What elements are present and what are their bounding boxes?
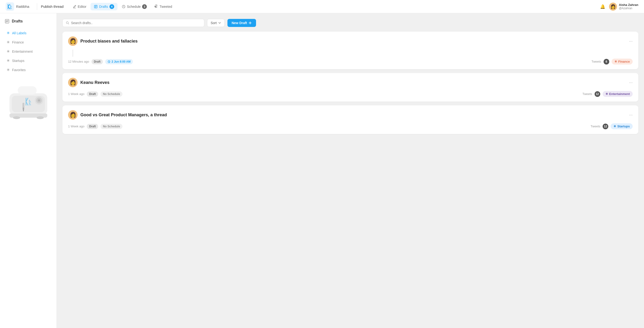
draft-card-1-meta: 12 Minutes ago Draft 2 Jun 8:00 AM Tweet… (68, 59, 633, 64)
draft-card-2-avatar: 👩 (68, 78, 78, 87)
draft-card-2-time: 1 Week ago (68, 92, 84, 96)
draft-card-1-more-button[interactable]: ··· (629, 39, 633, 44)
sewing-machine-svg (5, 79, 52, 122)
logo-icon (6, 2, 14, 11)
draft-card-1-schedule-badge: 2 Jun 8:00 AM (105, 59, 133, 64)
search-icon (66, 21, 69, 24)
draft-card-3[interactable]: 👩 Good vs Great Product Managers, a thre… (62, 105, 638, 134)
draft-card-1-label-tag[interactable]: ✳ Finance (612, 59, 633, 64)
tweeted-icon (154, 5, 158, 8)
finance-star: ✳ (614, 60, 617, 63)
startups-star: ✳ (614, 125, 616, 128)
draft-card-3-schedule-badge: No Schedule (100, 124, 122, 129)
nav-right: 🔔 👩 Aisha Zahran @Azahran (600, 2, 638, 11)
finance-star-icon: ✳ (6, 40, 10, 44)
draft-card-1[interactable]: 👩 Product biases and fallacies ··· 12 Mi… (62, 32, 638, 69)
logo-text: Rattibha (16, 4, 29, 8)
draft-card-1-thread-line (72, 50, 73, 57)
draft-card-1-title: Product biases and fallacies (80, 39, 626, 44)
draft-card-1-header: 👩 Product biases and fallacies ··· (68, 36, 633, 46)
svg-point-12 (38, 99, 40, 102)
chevron-down-icon (218, 21, 221, 24)
startups-star-icon: ✳ (6, 58, 10, 63)
draft-card-3-status-badge: Draft (87, 124, 98, 129)
layout: Drafts ✳ All Labels ✳ Finance ✳ Entertai… (0, 13, 644, 328)
schedule-icon (122, 5, 126, 8)
plus-icon (248, 21, 252, 24)
draft-card-2-title: Keanu Reeves (80, 80, 626, 85)
sidebar-item-startups[interactable]: ✳ Startups (2, 56, 54, 65)
sidebar-item-entertainment[interactable]: ✳ Entertainment (2, 47, 54, 56)
draft-card-2-header: 👩 Keanu Reeves ··· (68, 78, 633, 87)
sidebar-title: Drafts (12, 19, 23, 23)
draft-card-2-label-tag[interactable]: ✳ Entertainment (603, 91, 633, 97)
page-title: Publish thread (41, 4, 64, 8)
draft-card-3-title: Good vs Great Product Managers, a thread (80, 112, 626, 117)
all-labels-star-icon: ✳ (6, 31, 10, 35)
draft-card-3-meta: 1 Week ago Draft No Schedule Tweets 12 ✳… (68, 123, 633, 129)
sidebar-item-finance[interactable]: ✳ Finance (2, 37, 54, 47)
tab-drafts[interactable]: Drafts 4 (90, 3, 117, 10)
draft-card-2-tweets-count: 12 (594, 91, 600, 97)
svg-rect-9 (23, 107, 24, 111)
draft-card-3-tweets-count: 12 (603, 124, 608, 129)
user-profile[interactable]: 👩 Aisha Zahran @Azahran (609, 2, 638, 11)
sort-button[interactable]: Sort (207, 19, 224, 27)
draft-card-3-avatar: 👩 (68, 110, 78, 120)
svg-point-14 (13, 116, 20, 119)
edit-icon (72, 5, 76, 8)
entertainment-star-icon: ✳ (6, 49, 10, 54)
svg-point-15 (37, 116, 44, 119)
avatar: 👩 (609, 2, 617, 11)
draft-card-3-header: 👩 Good vs Great Product Managers, a thre… (68, 110, 633, 120)
user-name: Aisha Zahran (619, 3, 638, 6)
draft-card-1-meta-right: Tweets 6 ✳ Finance (592, 59, 633, 64)
draft-card-2-meta-right: Tweets 12 ✳ Entertainment (582, 91, 633, 97)
draft-card-3-time: 1 Week ago (68, 125, 84, 128)
draft-card-1-avatar: 👩 (68, 36, 78, 46)
sidebar: Drafts ✳ All Labels ✳ Finance ✳ Entertai… (0, 13, 57, 328)
user-details: Aisha Zahran @Azahran (619, 3, 638, 10)
sidebar-item-favorites[interactable]: ✳ Favorites (2, 65, 54, 74)
sidebar-drafts-icon (5, 19, 10, 24)
notification-bell[interactable]: 🔔 (600, 4, 605, 9)
svg-rect-7 (18, 86, 37, 94)
svg-rect-0 (6, 2, 14, 11)
nav-tabs: Editor Drafts 4 Schedule 3 Tweeted (69, 3, 600, 10)
tab-tweeted[interactable]: Tweeted (151, 3, 176, 10)
draft-card-2[interactable]: 👩 Keanu Reeves ··· 1 Week ago Draft No S… (62, 73, 638, 102)
drafts-icon (94, 5, 98, 8)
search-box[interactable] (62, 19, 204, 27)
topnav: Rattibha Publish thread Editor Drafts 4 (0, 0, 644, 13)
sidebar-illustration (0, 74, 56, 122)
schedule-badge: 3 (142, 4, 147, 9)
draft-card-1-time: 12 Minutes ago (68, 60, 89, 63)
tab-schedule[interactable]: Schedule 3 (118, 3, 150, 10)
sidebar-item-all-labels[interactable]: ✳ All Labels (2, 28, 54, 37)
draft-card-3-meta-right: Tweets 12 ✳ Startups (590, 123, 633, 129)
main-content: Sort New Draft 👩 Product biases and fall… (57, 13, 644, 328)
user-handle: @Azahran (619, 6, 638, 10)
draft-card-1-status-badge: Draft (92, 59, 103, 64)
draft-card-2-schedule-badge: No Schedule (100, 91, 122, 97)
tab-editor[interactable]: Editor (69, 3, 90, 10)
clock-icon (108, 60, 110, 63)
draft-card-2-more-button[interactable]: ··· (629, 80, 633, 85)
draft-card-2-meta: 1 Week ago Draft No Schedule Tweets 12 ✳… (68, 91, 633, 97)
search-input[interactable] (71, 21, 201, 25)
favorites-star-icon: ✳ (6, 68, 10, 72)
draft-card-2-status-badge: Draft (87, 91, 98, 97)
draft-card-3-more-button[interactable]: ··· (629, 112, 633, 117)
toolbar: Sort New Draft (62, 19, 638, 27)
draft-card-3-label-tag[interactable]: ✳ Startups (611, 123, 633, 129)
logo[interactable]: Rattibha (6, 2, 29, 11)
draft-card-1-tweets-count: 6 (604, 59, 609, 64)
drafts-badge: 4 (110, 4, 114, 9)
new-draft-button[interactable]: New Draft (228, 19, 256, 27)
sidebar-header: Drafts (0, 19, 56, 28)
entertainment-star: ✳ (606, 92, 608, 96)
